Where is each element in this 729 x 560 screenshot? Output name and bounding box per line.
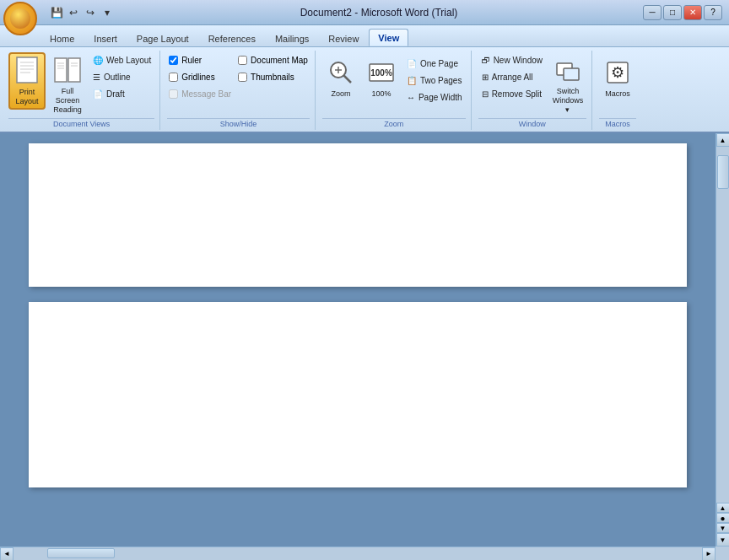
full-screen-reading-button[interactable]: Full ScreenReading [49,52,86,116]
web-layout-icon: 🌐 [93,56,103,65]
scroll-up-button[interactable]: ▲ [716,133,730,147]
remove-split-label: Remove Split [492,89,542,99]
ruler-checkbox[interactable]: Ruler [167,52,233,67]
two-pages-label: Two Pages [420,76,462,85]
tab-review[interactable]: Review [319,30,368,46]
scroll-left-button[interactable]: ◄ [0,547,14,560]
remove-split-button[interactable]: ⊟ Remove Split [478,86,546,101]
web-layout-button[interactable]: 🌐 Web Layout [89,52,154,67]
gridlines-label: Gridlines [181,73,214,82]
customize-quick-btn[interactable]: ▾ [100,5,115,20]
show-hide-label: Show/Hide [167,118,310,128]
svg-rect-6 [68,58,80,82]
print-layout-button[interactable]: PrintLayout [8,52,46,110]
ribbon-group-macros: ⚙ Macros Macros [594,51,641,130]
tab-view[interactable]: View [369,29,408,46]
outline-button[interactable]: ☰ Outline [89,69,154,84]
outline-icon: ☰ [93,73,100,82]
undo-quick-btn[interactable]: ↩ [66,5,81,20]
h-scrollbar-row: ◄ ► [0,547,729,560]
vertical-scrollbar[interactable]: ▲ ▲ ● ▼ ▼ [716,133,729,547]
gridlines-check-input[interactable] [169,73,178,82]
horizontal-scrollbar[interactable]: ◄ ► [0,547,716,560]
new-window-icon: 🗗 [482,56,490,65]
show-hide-checkboxes: Ruler Gridlines Message Bar [167,52,233,101]
document-page-2 [29,302,687,487]
redo-quick-btn[interactable]: ↪ [83,5,98,20]
arrange-all-button[interactable]: ⊞ Arrange All [478,69,546,84]
minimize-button[interactable]: ─ [643,5,662,20]
window-content: 🗗 New Window ⊞ Arrange All ⊟ Remove Spli… [478,52,586,116]
scroll-select-btn[interactable]: ● [716,513,730,523]
ribbon-group-show-hide: Ruler Gridlines Message Bar Document Map [162,51,316,130]
outline-label: Outline [104,73,131,82]
message-bar-check-input[interactable] [169,89,178,99]
ribbon-group-window: 🗗 New Window ⊞ Arrange All ⊟ Remove Spli… [473,51,592,130]
thumbnails-checkbox[interactable]: Thumbnails [236,69,310,84]
ruler-check-input[interactable] [169,56,178,65]
office-button[interactable] [3,2,37,35]
gridlines-checkbox[interactable]: Gridlines [167,69,233,84]
thumbnails-label: Thumbnails [251,73,294,82]
window-controls: ─ □ ✕ ? [643,5,722,20]
page-width-button[interactable]: ↔ Page Width [403,89,466,105]
small-view-buttons: 🌐 Web Layout ☰ Outline 📄 Draft [89,52,154,101]
one-page-icon: 📄 [407,59,417,68]
maximize-button[interactable]: □ [663,5,682,20]
macros-button[interactable]: ⚙ Macros [599,52,636,103]
save-quick-btn[interactable]: 💾 [49,5,64,20]
zoom-100-button[interactable]: 100% 100% [363,52,400,103]
thumbnails-check-input[interactable] [238,73,247,82]
scroll-thumb[interactable] [717,155,729,189]
two-pages-icon: 📋 [407,76,417,85]
arrange-all-label: Arrange All [492,73,533,82]
new-window-button[interactable]: 🗗 New Window [478,52,546,67]
title-bar-left: 💾 ↩ ↪ ▾ [7,5,115,20]
window-buttons: 🗗 New Window ⊞ Arrange All ⊟ Remove Spli… [478,52,546,101]
scroll-track[interactable] [716,147,729,503]
document-map-checkbox[interactable]: Document Map [236,52,310,67]
zoom-button[interactable]: Zoom [322,52,359,103]
close-button[interactable]: ✕ [683,5,702,20]
tab-page-layout[interactable]: Page Layout [127,30,198,46]
two-pages-button[interactable]: 📋 Two Pages [403,73,466,88]
quick-access-toolbar: 💾 ↩ ↪ ▾ [49,5,115,20]
ruler-label: Ruler [181,56,202,65]
print-layout-icon [12,56,42,86]
tab-home[interactable]: Home [40,30,84,46]
scroll-down-button[interactable]: ▼ [716,533,730,547]
scroll-right-button[interactable]: ► [702,547,716,560]
svg-line-13 [343,75,351,83]
scroll-next-page-btn[interactable]: ▼ [716,523,730,533]
draft-icon: 📄 [93,89,103,99]
tab-references[interactable]: References [199,30,265,46]
message-bar-label: Message Bar [181,89,231,99]
macros-icon: ⚙ [602,57,633,88]
tab-mailings[interactable]: Mailings [266,30,318,46]
message-bar-checkbox[interactable]: Message Bar [167,86,233,101]
one-page-button[interactable]: 📄 One Page [403,56,466,71]
document-map-check-input[interactable] [238,56,247,65]
zoom-icon [326,57,356,88]
document-scroll-area[interactable] [0,133,716,547]
ribbon-group-zoom: Zoom 100% 100% 📄 One Page 📋 Tw [317,51,472,130]
document-page-1 [29,143,687,287]
window-group-label: Window [478,118,586,128]
draft-button[interactable]: 📄 Draft [89,86,154,101]
document-map-label: Document Map [251,56,308,65]
zoom-100-label: 100% [371,89,391,99]
document-views-content: PrintLayout Full ScreenReading [8,52,154,116]
zoom-100-icon: 100% [366,57,397,88]
arrange-all-icon: ⊞ [482,73,489,82]
scroll-mid-buttons: ▲ ● ▼ [716,503,730,533]
draft-label: Draft [106,89,125,99]
ribbon-tabs: Home Insert Page Layout References Maili… [0,25,729,47]
switch-windows-button[interactable]: SwitchWindows ▾ [549,52,586,116]
tab-insert[interactable]: Insert [84,30,127,46]
h-scroll-thumb[interactable] [47,548,115,558]
h-scroll-track[interactable] [14,547,702,560]
print-layout-label: PrintLayout [15,88,38,106]
scroll-prev-page-btn[interactable]: ▲ [716,503,730,513]
switch-windows-icon [553,55,583,85]
help-button[interactable]: ? [704,5,722,20]
